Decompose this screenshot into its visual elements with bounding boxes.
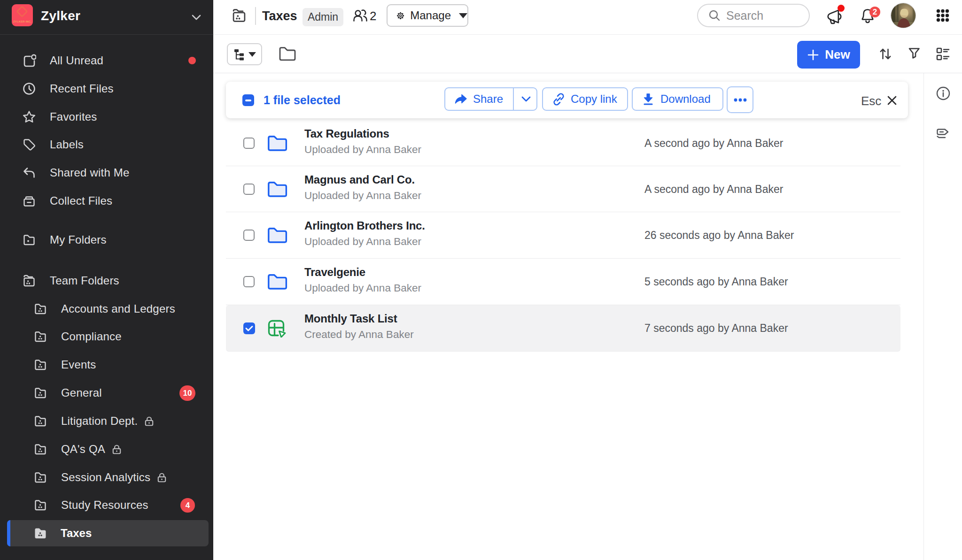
- svg-text:ZYLKER INC.: ZYLKER INC.: [13, 20, 31, 23]
